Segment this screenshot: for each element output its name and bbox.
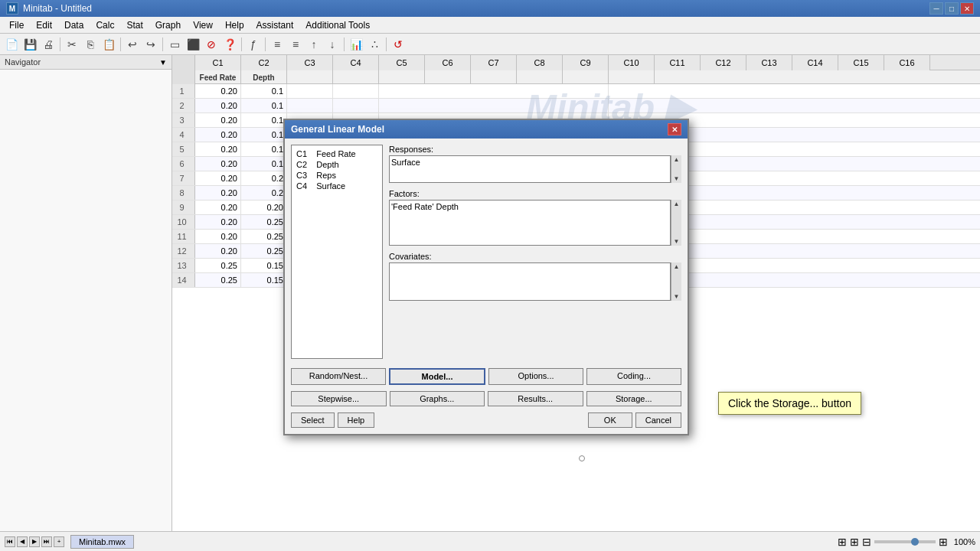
zoom-slider[interactable] [874, 540, 936, 543]
cell-10-c1[interactable]: 0.20 [195, 215, 241, 229]
menu-stat[interactable]: Stat [120, 18, 149, 32]
select-button[interactable]: Select [291, 412, 335, 428]
cell-2-c1[interactable]: 0.20 [195, 99, 241, 112]
cell-4-c1[interactable]: 0.20 [195, 128, 241, 142]
cell-11-c2[interactable]: 0.25 [241, 230, 287, 243]
cut-btn[interactable]: ✂ [64, 36, 80, 53]
tab-prev-btn[interactable]: ◀ [17, 536, 28, 547]
cell-12-c1[interactable]: 0.20 [195, 244, 241, 258]
copy-btn[interactable]: ⎘ [82, 36, 99, 53]
cell-1-c5[interactable] [379, 84, 609, 98]
random-nest-button[interactable]: Random/Nest... [291, 368, 386, 385]
cell-4-c2[interactable]: 0.1 [241, 128, 287, 142]
col-header-c3[interactable]: C3 [287, 55, 333, 70]
cell-11-c1[interactable]: 0.20 [195, 230, 241, 243]
var-item-c1[interactable]: C1 Feed Rate [295, 148, 379, 159]
cell-5-c1[interactable]: 0.20 [195, 142, 241, 156]
col-header-c11[interactable]: C11 [655, 55, 701, 70]
layout-icon[interactable]: ⊞ [838, 536, 847, 548]
zoom-thumb[interactable] [911, 538, 919, 546]
cell-2-c3[interactable] [287, 99, 333, 112]
cell-1-c1[interactable]: 0.20 [195, 84, 241, 98]
menu-help[interactable]: Help [219, 18, 250, 32]
close-button[interactable]: ✕ [960, 2, 974, 15]
col-header-c14[interactable]: C14 [792, 55, 838, 70]
cell-3-c1[interactable]: 0.20 [195, 113, 241, 127]
general-linear-model-dialog[interactable]: General Linear Model ✕ C1 Feed Rate C2 D… [283, 119, 689, 435]
new-btn[interactable]: 📄 [3, 36, 20, 53]
coding-button[interactable]: Coding... [586, 368, 681, 385]
align-center-btn[interactable]: ≡ [287, 36, 304, 53]
col-header-c16[interactable]: C16 [884, 55, 930, 70]
cell-9-c2[interactable]: 0.20 [241, 201, 287, 214]
undo-btn[interactable]: ↩ [124, 36, 141, 53]
responses-field[interactable]: Surface [389, 155, 671, 183]
cell-1-c2[interactable]: 0.1 [241, 84, 287, 98]
undo2-btn[interactable]: ↺ [390, 36, 407, 53]
options-button[interactable]: Options... [488, 368, 583, 385]
redo-btn[interactable]: ↪ [142, 36, 159, 53]
cell-13-c1[interactable]: 0.25 [195, 259, 241, 272]
col-header-c12[interactable]: C12 [701, 55, 746, 70]
cell-2-c4[interactable] [333, 99, 379, 112]
dialog-close-button[interactable]: ✕ [668, 123, 681, 135]
cell-8-c1[interactable]: 0.20 [195, 186, 241, 200]
col-header-c15[interactable]: C15 [838, 55, 884, 70]
results-button[interactable]: Results... [488, 391, 583, 406]
help-tool-btn[interactable]: ❓ [221, 36, 238, 53]
col-header-c10[interactable]: C10 [609, 55, 655, 70]
menu-view[interactable]: View [187, 18, 219, 32]
menu-additional-tools[interactable]: Additional Tools [299, 18, 376, 32]
chart-btn[interactable]: 📊 [348, 36, 364, 53]
col-header-c4[interactable]: C4 [333, 55, 379, 70]
menu-data[interactable]: Data [58, 18, 90, 32]
covariates-scroll-up[interactable]: ▲ [674, 263, 680, 270]
col-header-c7[interactable]: C7 [471, 55, 517, 70]
save-btn[interactable]: 💾 [21, 36, 38, 53]
expand-icon[interactable]: ⊞ [939, 536, 948, 548]
scatter-btn[interactable]: ∴ [366, 36, 383, 53]
model-button[interactable]: Model... [389, 368, 485, 385]
cell-10-c2[interactable]: 0.25 [241, 215, 287, 229]
responses-scroll-down[interactable]: ▼ [674, 175, 680, 182]
menu-file[interactable]: File [3, 18, 30, 32]
var-item-c4[interactable]: C4 Surface [295, 181, 379, 191]
cell-14-c2[interactable]: 0.15 [241, 273, 287, 287]
tab-next-btn[interactable]: ▶ [29, 536, 40, 547]
shrink-icon[interactable]: ⊟ [862, 536, 871, 548]
worksheet-tab[interactable]: Minitab.mwx [70, 535, 134, 549]
menu-calc[interactable]: Calc [90, 18, 120, 32]
cell-6-c2[interactable]: 0.1 [241, 157, 287, 171]
sort-asc-btn[interactable]: ↑ [305, 36, 322, 53]
brush-btn[interactable]: ⬛ [185, 36, 201, 53]
col-header-c9[interactable]: C9 [563, 55, 609, 70]
cell-12-c2[interactable]: 0.25 [241, 244, 287, 258]
cell-7-c2[interactable]: 0.2 [241, 171, 287, 185]
cell-5-c2[interactable]: 0.1 [241, 142, 287, 156]
align-left-btn[interactable]: ≡ [269, 36, 286, 53]
menu-graph[interactable]: Graph [149, 18, 187, 32]
cell-14-c1[interactable]: 0.25 [195, 273, 241, 287]
menu-assistant[interactable]: Assistant [250, 18, 300, 32]
graphs-button[interactable]: Graphs... [390, 391, 485, 406]
col-header-c5[interactable]: C5 [379, 55, 425, 70]
tab-add-btn[interactable]: + [54, 536, 64, 547]
cell-8-c2[interactable]: 0.2 [241, 186, 287, 200]
sort-desc-btn[interactable]: ↓ [324, 36, 341, 53]
col-header-c6[interactable]: C6 [425, 55, 471, 70]
cell-1-c3[interactable] [287, 84, 333, 98]
cell-9-c1[interactable]: 0.20 [195, 201, 241, 214]
storage-button[interactable]: Storage... [586, 391, 682, 406]
stop-btn[interactable]: ⊘ [203, 36, 220, 53]
menu-edit[interactable]: Edit [30, 18, 58, 32]
responses-scroll-up[interactable]: ▲ [674, 156, 680, 163]
var-item-c2[interactable]: C2 Depth [295, 159, 379, 170]
paste-btn[interactable]: 📋 [100, 36, 117, 53]
cell-2-c2[interactable]: 0.1 [241, 99, 287, 112]
cell-3-c2[interactable]: 0.1 [241, 113, 287, 127]
cell-13-c2[interactable]: 0.15 [241, 259, 287, 272]
col-header-c13[interactable]: C13 [746, 55, 792, 70]
tab-last-btn[interactable]: ⏭ [41, 536, 52, 547]
print-btn[interactable]: 🖨 [40, 36, 57, 53]
ok-button[interactable]: OK [588, 412, 632, 428]
